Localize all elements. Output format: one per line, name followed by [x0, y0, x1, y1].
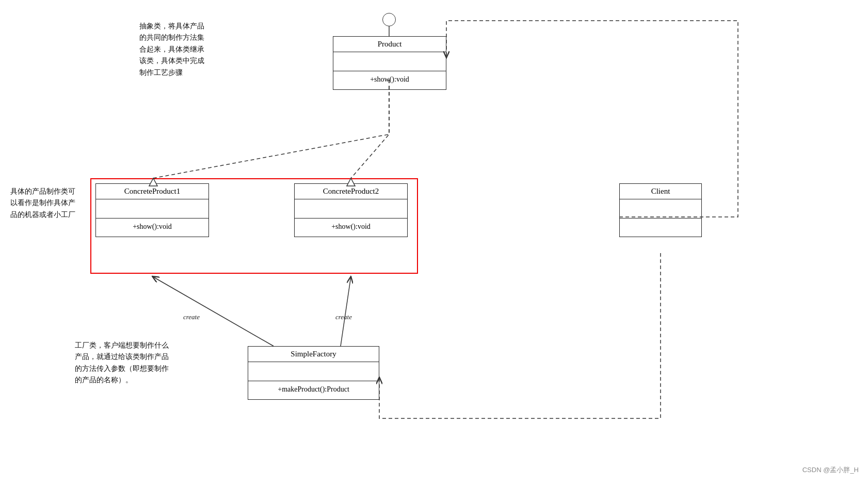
cp1-attrs — [96, 199, 208, 218]
concrete-product1-box: ConcreteProduct1 +show():void — [95, 183, 209, 237]
client-title: Client — [620, 184, 701, 199]
cp1-method: +show():void — [96, 218, 208, 237]
svg-text:create: create — [183, 313, 200, 321]
product-title: Product — [333, 37, 446, 52]
diagram-container: Product +show():void ConcreteProduct1 +s… — [0, 0, 868, 484]
concrete-annotation: 具体的产品制作类可 以看作是制作具体产 品的机器或者小工厂 — [10, 186, 101, 221]
client-body — [620, 218, 701, 237]
product-annotation: 抽象类，将具体产品 的共同的制作方法集 合起来，具体类继承 该类，具体类中完成 … — [139, 21, 294, 79]
sf-attrs — [248, 362, 379, 381]
svg-text:create: create — [335, 313, 352, 321]
product-attrs — [333, 52, 446, 71]
simple-factory-box: SimpleFactory +makeProduct():Product — [248, 346, 379, 400]
factory-annotation: 工厂类，客户端想要制作什么 产品，就通过给该类制作产品 的方法传入参数（即想要制… — [75, 340, 245, 386]
sf-title: SimpleFactory — [248, 347, 379, 362]
client-attrs — [620, 199, 701, 218]
product-method: +show():void — [333, 71, 446, 89]
lollipop-circle — [382, 13, 396, 26]
product-box: Product +show():void — [333, 36, 446, 90]
sf-method: +makeProduct():Product — [248, 381, 379, 399]
watermark: CSDN @孟小胖_H — [802, 465, 859, 475]
cp2-attrs — [295, 199, 407, 218]
concrete-product2-box: ConcreteProduct2 +show():void — [294, 183, 408, 237]
client-box: Client — [619, 183, 702, 237]
cp1-title: ConcreteProduct1 — [96, 184, 208, 199]
cp2-method: +show():void — [295, 218, 407, 237]
cp2-title: ConcreteProduct2 — [295, 184, 407, 199]
